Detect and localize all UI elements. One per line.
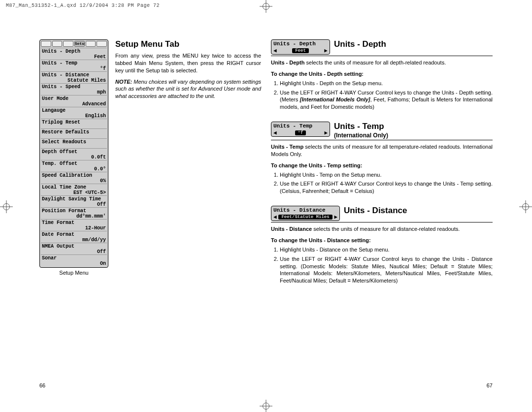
lcd-row: SonarOn (41, 254, 107, 266)
lcd-row-value: Feet (42, 54, 106, 60)
lcd-row: Select Readouts (41, 138, 107, 148)
page-number-right: 67 (487, 382, 493, 388)
lcd-row-value: 0.0ft (42, 155, 106, 160)
lcd-row-key: Units - Speed (42, 84, 106, 90)
howto-heading: To change the Units - Distance setting: (271, 237, 493, 244)
note-text: NOTE: Menu choices will vary depending o… (115, 78, 261, 100)
lcd-row: Units - Temp°f (41, 60, 107, 71)
lcd-panel: Setup Units - DepthFeetUnits - Temp°fUni… (39, 39, 108, 268)
left-arrow-icon: ◀ (273, 129, 277, 136)
lcd-row: Units - Speedmph (41, 83, 107, 95)
howto-steps: Highlight Units - Depth on the Setup men… (280, 80, 493, 111)
lcd-row-value: 12-Hour (42, 225, 106, 231)
lcd-row: Daylight Saving TimeOff (41, 195, 107, 207)
option-widget-depth: Units - Depth ◀ Feet ▶ (271, 39, 330, 55)
lcd-row: Temp. Offset0.0° (41, 160, 107, 172)
section-heading: Units - Distance (344, 206, 407, 216)
lcd-row-value: Off (42, 249, 106, 254)
howto-step: Use the LEFT or RIGHT 4-WAY Cursor Contr… (280, 255, 493, 285)
lcd-row-value: 0% (42, 178, 106, 184)
manual-spread: M87_Man_531352-1_A.qxd 12/9/2004 3:28 PM… (0, 0, 532, 412)
lcd-row-key: Speed Calibration (42, 173, 106, 178)
section-heading: Units - Depth (334, 39, 386, 49)
lcd-row-value: Off (42, 202, 106, 207)
howto-steps: Highlight Units - Distance on the Setup … (280, 246, 493, 285)
lcd-row-value: 0.0° (42, 166, 106, 172)
lcd-row-key: Daylight Saving Time (42, 196, 106, 202)
lcd-row-key: Units - Depth (42, 49, 106, 54)
option-widget-title: Units - Depth (273, 41, 328, 47)
howto-step: Highlight Units - Depth on the Setup men… (280, 80, 493, 87)
lcd-row: Speed Calibration0% (41, 172, 107, 184)
page-number-left: 66 (39, 382, 45, 388)
lcd-row-value: Advanced (42, 101, 106, 107)
lcd-row: Restore Defaults (41, 128, 107, 138)
crop-mark-icon (260, 0, 272, 13)
lcd-row: Units - DepthFeet (41, 48, 107, 60)
lcd-row-key: Time Format (42, 220, 106, 225)
lcd-row-value: English (42, 113, 106, 119)
lcd-caption: Setup Menu (39, 270, 108, 276)
lcd-tab (86, 41, 96, 47)
option-widget-distance: Units - Distance ◀ Feet/Statute Miles ▶ (271, 206, 340, 221)
lcd-row: LangaugeEnglish (41, 107, 107, 119)
howto-step: Highlight Units - Distance on the Setup … (280, 246, 493, 254)
lcd-tab-selected: Setup (74, 41, 85, 47)
section-subheading: (International Only) (334, 132, 388, 139)
section-lead: Units - Depth selects the units of measu… (271, 59, 493, 66)
section-units-temp: Units - Temp ◀ °f ▶ Units - Temp (Intern… (271, 122, 493, 195)
lcd-row: Time Format12-Hour (41, 219, 107, 231)
howto-steps: Highlight Units - Temp on the Setup menu… (280, 171, 493, 195)
left-arrow-icon: ◀ (273, 214, 277, 220)
note-body: Menu choices will vary depending on syst… (115, 79, 261, 99)
lcd-row: User ModeAdvanced (41, 95, 107, 107)
note-label: NOTE: (115, 79, 132, 85)
print-header: M87_Man_531352-1_A.qxd 12/9/2004 3:28 PM… (6, 3, 160, 8)
option-widget-title: Units - Temp (273, 123, 328, 129)
lcd-row-value: mm/dd/yy (42, 237, 106, 243)
lcd-row: Position Formatdd°mm.mmm' (41, 207, 107, 219)
lcd-row-key: NMEA Output (42, 244, 106, 249)
lcd-row-key: Select Readouts (42, 139, 106, 145)
lcd-row: Date Formatmm/dd/yy (41, 231, 107, 243)
section-heading: Units - Temp (334, 122, 388, 131)
lcd-row: Depth Offset0.0ft (41, 148, 107, 160)
lcd-row-value: °f (42, 66, 106, 71)
lcd-row-key: Local Time Zone (42, 185, 106, 190)
lcd-row-value: Statute Miles (42, 78, 106, 83)
setup-menu-article: Setup Menu Tab From any view, press the … (115, 39, 261, 276)
option-widget-value: Feet/Statute Miles (278, 215, 332, 220)
lcd-row-key: Units - Distance (42, 72, 106, 78)
lcd-row-value: EST <UTC-5> (42, 190, 106, 195)
howto-step: Highlight Units - Temp on the Setup menu… (280, 171, 493, 179)
option-widget-temp: Units - Temp ◀ °f ▶ (271, 122, 330, 137)
lcd-row: Units - DistanceStatute Miles (41, 71, 107, 83)
lcd-row-key: User Mode (42, 96, 106, 101)
option-widget-title: Units - Distance (273, 207, 337, 213)
lcd-row-key: Date Format (42, 232, 106, 237)
body-text: From any view, press the MENU key twice … (115, 52, 261, 74)
lcd-row-key: Sonar (42, 255, 106, 261)
howto-heading: To change the Units - Depth setting: (271, 70, 493, 78)
lcd-row-key: Position Format (42, 208, 106, 214)
howto-step: Use the LEFT or RIGHT 4-WAY Cursor Contr… (280, 89, 493, 111)
page-right: Units - Depth ◀ Feet ▶ Units - Depth Uni… (271, 39, 493, 382)
lcd-row-key: Units - Temp (42, 61, 106, 66)
section-heading: Setup Menu Tab (115, 39, 261, 49)
right-arrow-icon: ▶ (324, 47, 328, 54)
lcd-tab (97, 41, 107, 47)
lcd-row-key: Triplog Reset (42, 120, 106, 125)
lcd-tab (63, 41, 73, 47)
right-arrow-icon: ▶ (324, 129, 328, 136)
right-arrow-icon: ▶ (334, 214, 337, 220)
lcd-row-key: Langauge (42, 108, 106, 113)
lcd-row: Local Time ZoneEST <UTC-5> (41, 184, 107, 195)
setup-menu-lcd: Setup Units - DepthFeetUnits - Temp°fUni… (39, 39, 108, 276)
lcd-row: NMEA OutputOff (41, 243, 107, 254)
lcd-row-key: Restore Defaults (42, 129, 106, 135)
left-arrow-icon: ◀ (273, 47, 277, 54)
section-lead: Units - Distance selects the units of me… (271, 225, 493, 233)
section-lead: Units - Temp selects the units of measur… (271, 143, 493, 158)
lcd-row-key: Depth Offset (42, 149, 106, 155)
section-units-depth: Units - Depth ◀ Feet ▶ Units - Depth Uni… (271, 39, 493, 111)
